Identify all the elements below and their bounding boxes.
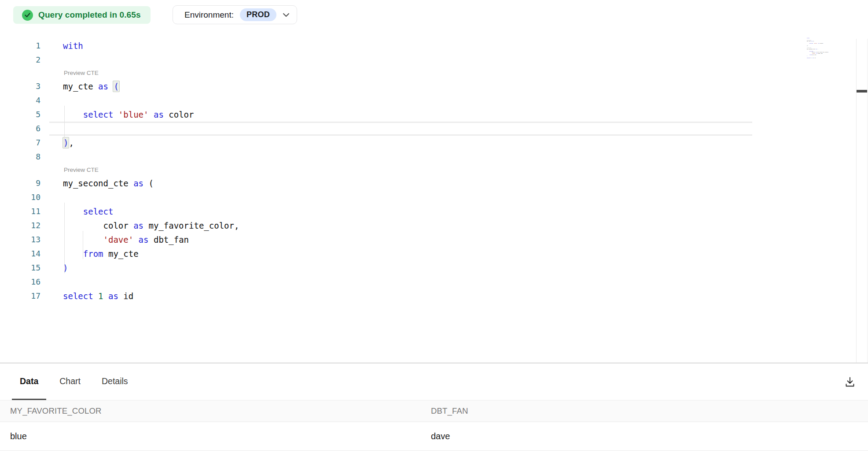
- editor-minimap[interactable]: withPreview CTEmy_cte as ( select 'blue'…: [807, 37, 855, 90]
- scrollbar-thumb[interactable]: [857, 90, 867, 93]
- line-number: 1: [0, 39, 40, 53]
- line-number: 8: [0, 150, 40, 164]
- line-number: 16: [0, 275, 40, 289]
- results-panel: DataChartDetails MY_FAVORITE_COLORDBT_FA…: [0, 363, 868, 452]
- code-text: ): [63, 261, 68, 275]
- indent-guide: [64, 203, 65, 273]
- tab-details[interactable]: Details: [94, 363, 136, 400]
- line-number: 13: [0, 233, 40, 247]
- sql-editor[interactable]: 1with2Preview CTE3my_cte as (45 select '…: [0, 26, 868, 363]
- indent-guide: [64, 106, 65, 148]
- preview-cte-label: Preview CTE: [64, 164, 99, 176]
- column-header: MY_FAVORITE_COLOR: [0, 406, 421, 416]
- code-line[interactable]: 5 select 'blue' as color: [0, 107, 797, 122]
- code-line[interactable]: 13 'dave' as dbt_fan: [0, 233, 797, 247]
- tab-data[interactable]: Data: [12, 363, 46, 400]
- code-line[interactable]: select 1 as id: [807, 57, 855, 59]
- code-line[interactable]: 4: [0, 93, 797, 107]
- column-header: DBT_FAN: [421, 406, 842, 416]
- line-number: 2: [0, 53, 40, 67]
- line-number: 9: [0, 176, 40, 190]
- code-line[interactable]: 2: [0, 53, 797, 67]
- code-line[interactable]: 6: [0, 122, 797, 136]
- table-cell: dave: [421, 431, 842, 441]
- code-line[interactable]: 11 select: [0, 204, 797, 219]
- status-bar: Query completed in 0.65s Environment: PR…: [0, 0, 868, 26]
- code-line[interactable]: 15): [0, 261, 797, 275]
- line-number: 4: [0, 93, 40, 107]
- download-button[interactable]: [842, 374, 858, 390]
- environment-label: Environment:: [184, 10, 234, 20]
- check-circle-icon: [22, 10, 33, 21]
- line-number: 6: [0, 122, 40, 136]
- code-line[interactable]: 14 from my_cte: [0, 247, 797, 261]
- code-text: color as my_favorite_color,: [63, 219, 239, 233]
- code-line[interactable]: 3my_cte as (: [0, 79, 797, 93]
- editor-scrollbar[interactable]: [856, 39, 868, 363]
- results-table-header: MY_FAVORITE_COLORDBT_FAN: [0, 400, 868, 422]
- code-text: select 'blue' as color: [63, 107, 194, 122]
- code-area[interactable]: 1with2Preview CTE3my_cte as (45 select '…: [0, 39, 797, 303]
- code-line[interactable]: 16: [0, 275, 797, 289]
- code-text: select 1 as id: [807, 57, 816, 59]
- results-tab-bar: DataChartDetails: [0, 363, 868, 400]
- preview-cte-label: Preview CTE: [64, 67, 99, 79]
- code-text: select: [63, 204, 113, 219]
- line-number: 7: [0, 136, 40, 150]
- line-number: 3: [0, 79, 40, 93]
- line-number: 17: [0, 289, 40, 303]
- code-text: select 1 as id: [63, 289, 133, 303]
- code-line[interactable]: 17select 1 as id: [0, 289, 797, 303]
- code-line[interactable]: 10: [0, 190, 797, 204]
- code-text: my_second_cte as (: [63, 176, 154, 190]
- query-status-badge: Query completed in 0.65s: [13, 6, 151, 24]
- query-status-text: Query completed in 0.65s: [38, 10, 141, 20]
- code-text: from my_cte: [63, 247, 139, 261]
- code-line[interactable]: 8: [0, 150, 797, 164]
- code-line[interactable]: 1with: [0, 39, 797, 53]
- line-number: 10: [0, 190, 40, 204]
- line-number: 11: [0, 204, 40, 219]
- environment-dropdown[interactable]: Environment: PROD: [173, 5, 297, 24]
- code-line[interactable]: 9my_second_cte as (: [0, 176, 797, 190]
- code-text: with: [63, 39, 83, 53]
- line-number: 5: [0, 107, 40, 122]
- code-line[interactable]: 12 color as my_favorite_color,: [0, 219, 797, 233]
- code-line[interactable]: 7),: [0, 136, 797, 150]
- line-number: 15: [0, 261, 40, 275]
- environment-value-badge: PROD: [240, 8, 276, 21]
- code-text: 'dave' as dbt_fan: [63, 233, 189, 247]
- indent-guide: [83, 231, 83, 259]
- code-text: my_cte as (: [63, 79, 119, 93]
- chevron-down-icon: [283, 13, 290, 17]
- table-cell: blue: [0, 431, 421, 441]
- download-icon: [844, 376, 856, 388]
- tab-chart[interactable]: Chart: [51, 363, 88, 400]
- line-number: 14: [0, 247, 40, 261]
- line-number: 12: [0, 219, 40, 233]
- table-row: bluedave: [0, 422, 868, 451]
